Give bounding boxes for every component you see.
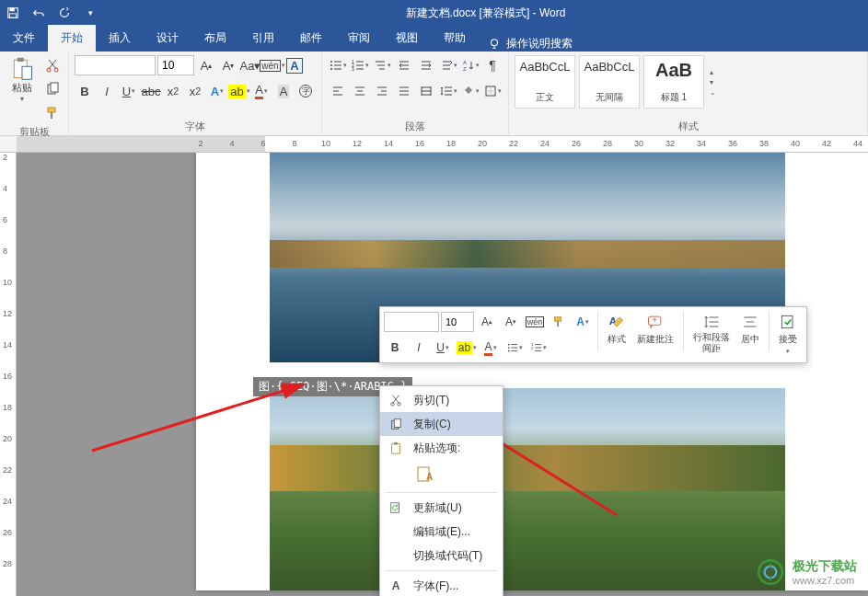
mini-toolbar: A▴ A▾ wén A B I U ab A 12 A 样式 + 新建批注: [379, 306, 807, 363]
mini-styles-button[interactable]: A 样式: [602, 311, 631, 359]
mini-highlight[interactable]: ab: [456, 337, 478, 359]
ctx-font[interactable]: A 字体(F)...: [380, 574, 503, 596]
mini-center-button[interactable]: 居中: [735, 311, 765, 359]
borders-button[interactable]: [482, 81, 503, 101]
tab-mailings[interactable]: 邮件: [287, 25, 335, 52]
mini-new-comment-button[interactable]: + 新建批注: [631, 311, 679, 359]
style-item-2[interactable]: AaB标题 1: [643, 55, 704, 109]
show-marks-button[interactable]: ¶: [482, 55, 503, 75]
ctx-cut[interactable]: 剪切(T): [380, 388, 503, 412]
highlight-button[interactable]: ab: [229, 81, 249, 101]
ctx-copy[interactable]: 复制(C): [380, 412, 503, 436]
distribute-button[interactable]: [416, 81, 436, 101]
vertical-ruler[interactable]: 246810121416182022242628: [0, 153, 17, 596]
phonetic-guide-button[interactable]: wén: [262, 55, 283, 75]
tab-design[interactable]: 设计: [144, 25, 191, 52]
shrink-font-button[interactable]: A▾: [218, 55, 238, 75]
ribbon-tabs: 文件 开始 插入 设计 布局 引用 邮件 审阅 视图 帮助 操作说明搜索: [0, 26, 868, 52]
shading-button[interactable]: [460, 81, 480, 101]
tab-references[interactable]: 引用: [239, 25, 287, 52]
justify-button[interactable]: [394, 81, 414, 101]
mini-shrink-font[interactable]: A▾: [500, 311, 522, 333]
tab-review[interactable]: 审阅: [335, 25, 383, 52]
align-left-button[interactable]: [328, 81, 348, 101]
tab-layout[interactable]: 布局: [191, 25, 239, 52]
format-painter-button[interactable]: [42, 103, 63, 123]
superscript-button[interactable]: x2: [185, 81, 205, 101]
tab-insert[interactable]: 插入: [96, 25, 144, 52]
annotation-arrow-left: [83, 350, 322, 469]
ctx-toggle-field-code[interactable]: 切换域代码(T): [380, 544, 503, 567]
mini-accept-button[interactable]: 接受 ▾: [773, 311, 803, 359]
paste-button[interactable]: 粘贴 ▾: [6, 55, 39, 103]
mini-font-color[interactable]: A: [480, 337, 502, 359]
style-item-1[interactable]: AaBbCcL无间隔: [579, 55, 640, 109]
tab-help[interactable]: 帮助: [431, 25, 479, 52]
paste-keep-text-only[interactable]: A: [413, 462, 437, 486]
mini-underline[interactable]: U: [432, 337, 454, 359]
style-item-0[interactable]: AaBbCcL正文: [515, 55, 575, 109]
align-right-button[interactable]: [372, 81, 392, 101]
mini-phonetic[interactable]: wén: [524, 311, 546, 333]
underline-button[interactable]: U: [119, 81, 139, 101]
svg-rect-11: [48, 108, 55, 112]
mini-format-painter[interactable]: [548, 311, 570, 333]
bold-button[interactable]: B: [75, 81, 95, 101]
mini-bullets[interactable]: [503, 337, 526, 359]
mini-line-spacing-button[interactable]: 行和段落 间距: [688, 311, 735, 359]
svg-rect-36: [394, 419, 400, 428]
redo-button[interactable]: [52, 2, 77, 24]
bullets-button[interactable]: [328, 55, 348, 75]
mini-numbering[interactable]: 12: [527, 337, 550, 359]
char-border-button[interactable]: A: [284, 55, 305, 75]
horizontal-ruler[interactable]: 2468101214161820222426283032343638404244: [0, 136, 868, 153]
sort-button[interactable]: AZ: [460, 55, 480, 75]
align-center-button[interactable]: [350, 81, 370, 101]
asian-layout-button[interactable]: [438, 55, 458, 75]
watermark-logo-icon: [756, 557, 785, 587]
grow-font-button[interactable]: A▴: [196, 55, 216, 75]
mini-size-combo[interactable]: [441, 312, 474, 332]
mini-font-combo[interactable]: [384, 312, 439, 332]
change-case-button[interactable]: Aa▾: [240, 55, 260, 75]
tab-file[interactable]: 文件: [0, 25, 48, 52]
increase-indent-button[interactable]: [416, 55, 436, 75]
line-spacing-button[interactable]: [438, 81, 458, 101]
numbering-button[interactable]: 123: [350, 55, 370, 75]
char-shading-button[interactable]: A: [273, 81, 294, 101]
mini-italic[interactable]: I: [408, 337, 430, 359]
mini-bold[interactable]: B: [384, 337, 406, 359]
copy-button[interactable]: [42, 79, 63, 99]
mini-grow-font[interactable]: A▴: [476, 311, 498, 333]
ctx-edit-field[interactable]: 编辑域(E)...: [380, 520, 503, 544]
svg-point-12: [330, 61, 332, 63]
subscript-button[interactable]: x2: [163, 81, 183, 101]
qat-customize-button[interactable]: ▾: [77, 2, 103, 24]
strikethrough-button[interactable]: abc: [141, 81, 161, 101]
save-button[interactable]: [0, 2, 26, 24]
ctx-update-field[interactable]: 更新域(U): [380, 496, 503, 520]
styles-label: 样式: [515, 118, 862, 133]
tab-view[interactable]: 视图: [383, 25, 431, 52]
svg-point-24: [507, 344, 509, 346]
multilevel-list-button[interactable]: [372, 55, 392, 75]
watermark-url: www.xz7.com: [793, 575, 857, 586]
undo-button[interactable]: [26, 2, 52, 24]
mini-accept-label: 接受: [779, 333, 797, 346]
text-effects-button[interactable]: A: [207, 81, 227, 101]
svg-point-13: [330, 64, 332, 66]
context-menu: 剪切(T) 复制(C) 粘贴选项: A 更新域(U) 编辑域(E)... 切换域…: [379, 385, 503, 596]
svg-rect-10: [51, 83, 58, 92]
italic-button[interactable]: I: [97, 81, 117, 101]
cut-button[interactable]: [42, 55, 63, 75]
watermark-name: 极光下载站: [793, 558, 857, 575]
font-size-combo[interactable]: [157, 55, 194, 75]
tell-me-search[interactable]: 操作说明搜索: [479, 36, 582, 52]
enclose-char-button[interactable]: 字: [295, 81, 316, 101]
decrease-indent-button[interactable]: [394, 55, 414, 75]
font-color-button[interactable]: A: [251, 81, 272, 101]
mini-clear-format[interactable]: A: [572, 311, 594, 333]
font-family-combo[interactable]: [75, 55, 156, 75]
svg-text:2: 2: [531, 346, 534, 350]
tab-home[interactable]: 开始: [48, 25, 96, 52]
